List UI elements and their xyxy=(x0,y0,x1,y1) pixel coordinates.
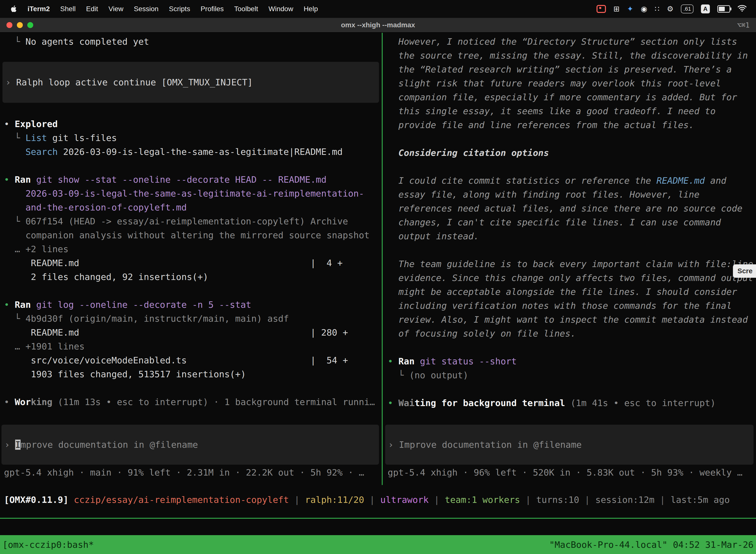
apple-menu-icon[interactable] xyxy=(6,5,22,13)
terminal-line: output instead. xyxy=(388,229,756,243)
menu-item-scripts[interactable]: Scripts xyxy=(164,5,195,13)
omx-session-time: session:12m xyxy=(595,495,654,505)
thinking-para1: However, I noticed the “Directory Struct… xyxy=(388,35,756,49)
menu-item-shell[interactable]: Shell xyxy=(55,5,81,13)
omx-repo-path: cczip/essay/ai-reimplementation-copyleft xyxy=(68,495,289,505)
app-spark-icon[interactable]: ✦ xyxy=(627,4,633,13)
terminal-line: changes, I can't cite specific file line… xyxy=(388,215,756,229)
terminal-line xyxy=(388,243,756,257)
waiting-status: • Waiting for background terminal (1m 41… xyxy=(388,396,756,410)
terminal-line: └ 4b9d30f (origin/main, instructkr/main,… xyxy=(4,312,381,326)
ran-git-log: • Ran git log --oneline --decorate -n 5 … xyxy=(4,298,381,312)
menu-item-profiles[interactable]: Profiles xyxy=(195,5,229,13)
terminal-line: might be acceptable alongside the file l… xyxy=(388,285,756,299)
prompt-chevron: › xyxy=(388,440,399,450)
menu-item-session[interactable]: Session xyxy=(128,5,164,13)
screen-recording-icon[interactable] xyxy=(596,5,606,13)
omx-last-activity: last:5m ago xyxy=(671,495,730,505)
terminal-line xyxy=(388,132,756,146)
terminal-line: provide file and line references from th… xyxy=(388,118,756,132)
wifi-icon[interactable] xyxy=(738,5,747,13)
menu-item-view[interactable]: View xyxy=(103,5,128,13)
menu-item-iterm2[interactable]: iTerm2 xyxy=(22,5,55,13)
terminal-line: 1903 files changed, 513517 insertions(+) xyxy=(4,367,381,381)
app-circle-icon[interactable]: ◉ xyxy=(641,4,647,13)
terminal-line: 2 files changed, 92 insertions(+) xyxy=(4,270,381,284)
omx-status-line: [OMX#0.11.9] cczip/essay/ai-reimplementa… xyxy=(4,493,730,507)
window-shortcut-badge: ⌥⌘1 xyxy=(737,21,750,29)
terminal-line: 2026-03-09-is-legal-the-same-as-legitima… xyxy=(4,187,381,201)
agents-note: └ No agents completed yet xyxy=(4,35,381,49)
terminal-line: essay file, along with finding root file… xyxy=(388,188,756,202)
terminal-line: review. Also, I might want to inspect th… xyxy=(388,313,756,327)
terminal-line: evidence. Since this change only affects… xyxy=(388,271,756,285)
tmux-status-bar: [omx-cczip0:bash* "MacBook-Pro-44.local"… xyxy=(0,535,756,554)
left-prompt-input[interactable]: › Improve documentation in @filename xyxy=(1,425,379,465)
right-pane: However, I noticed the “Directory Struct… xyxy=(384,33,756,485)
terminal-line: and-the-erosion-of-copyleft.md xyxy=(4,201,381,214)
terminal-line: └ (no output) xyxy=(388,368,756,382)
terminal-line xyxy=(4,284,381,298)
terminal-line: README.md | 280 + xyxy=(4,326,381,340)
omx-team-workers: team:1 workers xyxy=(445,495,520,505)
thinking-para3: The team guideline is to back every impo… xyxy=(388,257,756,271)
omx-mode: ultrawork xyxy=(380,495,429,505)
terminal-line: the “Related research writing” section i… xyxy=(388,63,756,76)
ran-git-status: • Ran git status --short xyxy=(388,354,756,368)
terminal-line xyxy=(388,160,756,174)
terminal-line: of focusing solely on file lines. xyxy=(388,327,756,340)
macos-menu-bar: iTerm2ShellEditViewSessionScriptsProfile… xyxy=(0,0,756,18)
terminal-line xyxy=(388,340,756,354)
terminal-line xyxy=(388,382,756,396)
battery-percentage-widget[interactable]: .61 xyxy=(681,4,693,13)
menubar-status-icons: ⊞ ✦ ◉ ∷ ⚙ .61 A xyxy=(596,4,750,13)
right-model-status: gpt-5.4 xhigh · 96% left · 520K in · 5.8… xyxy=(388,466,742,480)
working-status: • Working (11m 13s • esc to interrupt) ·… xyxy=(4,395,381,409)
terminal-line: this single essay, it seems like a good … xyxy=(388,104,756,118)
gear-icon[interactable]: ⚙ xyxy=(667,4,674,13)
thinking-para2: I could cite commit statistics or refere… xyxy=(388,174,756,188)
battery-icon[interactable] xyxy=(717,5,730,13)
terminal-line: companion file, especially if more comme… xyxy=(388,90,756,104)
tmux-session-window: [omx-cczip0:bash* xyxy=(2,540,94,550)
ralph-banner: › Ralph loop active continue [OMX_TMUX_I… xyxy=(2,62,379,103)
right-pane-scrollback: However, I noticed the “Directory Struct… xyxy=(384,33,756,410)
apps-grid-icon[interactable]: ∷ xyxy=(654,4,659,13)
apple-logo-icon xyxy=(11,5,17,13)
terminal-line: └ 067f154 (HEAD -> essay/ai-reimplementa… xyxy=(4,214,381,228)
terminal-line: the source tree, missing the essay. Stil… xyxy=(388,49,756,63)
terminal-line xyxy=(4,381,381,395)
right-prompt-input[interactable]: › Improve documentation in @filename xyxy=(385,425,754,465)
prompt-chevron: › xyxy=(4,440,15,450)
menu-item-window[interactable]: Window xyxy=(263,5,299,13)
omx-version: [OMX#0.11.9] xyxy=(4,495,68,505)
window-title: omx --xhigh --madmax xyxy=(0,21,756,29)
input-source-icon[interactable]: A xyxy=(701,4,710,13)
menu-item-toolbelt[interactable]: Toolbelt xyxy=(229,5,263,13)
terminal-area: └ No agents completed yet› Ralph loop ac… xyxy=(0,33,756,485)
omx-turns: turns:10 xyxy=(536,495,579,505)
screenshot-chip[interactable]: Scre xyxy=(733,264,756,278)
prompt-text: mprove documentation in @filename xyxy=(20,440,198,450)
terminal-line: README.md | 4 + xyxy=(4,256,381,270)
terminal-line: references need actual files, and since … xyxy=(388,202,756,215)
terminal-line: … +1901 lines xyxy=(4,340,381,353)
terminal-line: src/voice/voiceModeEnabled.ts | 54 + xyxy=(4,353,381,367)
prompt-text: Improve documentation in @filename xyxy=(399,440,582,450)
left-model-status: gpt-5.4 xhigh · main · 91% left · 2.31M … xyxy=(4,466,364,480)
thinking-heading: Considering citation options xyxy=(388,146,756,160)
explored-list: └ List git ls-files xyxy=(4,131,381,145)
pane-divider-vertical[interactable] xyxy=(382,33,383,485)
terminal-line: slight risk that future readers may over… xyxy=(388,76,756,90)
tmux-host-clock: "MacBook-Pro-44.local" 04:52 31-Mar-26 xyxy=(549,540,754,550)
terminal-line xyxy=(4,159,381,173)
terminal-line: including verification notes with those … xyxy=(388,299,756,313)
menu-item-edit[interactable]: Edit xyxy=(81,5,103,13)
menu-item-help[interactable]: Help xyxy=(298,5,323,13)
left-pane-scrollback: └ No agents completed yet› Ralph loop ac… xyxy=(0,33,381,409)
terminal-line: … +2 lines xyxy=(4,242,381,256)
ran-git-show: • Ran git show --stat --oneline --decora… xyxy=(4,173,381,187)
window-title-bar: omx --xhigh --madmax ⌥⌘1 xyxy=(0,18,756,33)
pane-divider-horizontal xyxy=(0,518,756,519)
window-grid-icon[interactable]: ⊞ xyxy=(613,4,620,13)
